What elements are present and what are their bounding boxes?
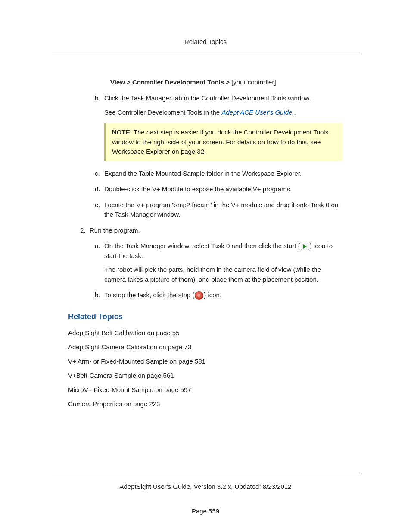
list-marker: d. bbox=[95, 184, 104, 194]
note-label: NOTE bbox=[112, 128, 130, 136]
step-2: 2. Run the program. bbox=[80, 226, 343, 236]
related-item: V+ Arm- or Fixed-Mounted Sample on page … bbox=[68, 357, 343, 366]
page-footer: AdeptSight User's Guide, Version 3.2.x, … bbox=[52, 474, 359, 515]
step-b-see-prefix: See Controller Development Tools in the bbox=[104, 109, 221, 116]
breadcrumb-path: View > Controller Development Tools > bbox=[110, 78, 231, 86]
stop-icon bbox=[195, 291, 203, 300]
related-item: AdeptSight Camera Calibration on page 73 bbox=[68, 342, 343, 352]
breadcrumb: View > Controller Development Tools > [y… bbox=[110, 78, 343, 86]
list-marker: b. bbox=[95, 93, 104, 117]
step-2b-suffix: ) icon. bbox=[204, 291, 221, 299]
related-item: Camera Properties on page 223 bbox=[68, 399, 343, 408]
list-marker: e. bbox=[95, 200, 104, 220]
step-e: e. Locate the V+ program "smp2.facam" in… bbox=[95, 200, 343, 220]
page-header-title: Related Topics bbox=[52, 38, 359, 54]
guide-link[interactable]: Adept ACE User's Guide bbox=[221, 109, 292, 116]
related-topics-heading: Related Topics bbox=[68, 312, 343, 321]
footer-page-number: Page 559 bbox=[52, 507, 359, 515]
list-marker: b. bbox=[95, 290, 104, 300]
step-b: b. Click the Task Manager tab in the Con… bbox=[95, 93, 343, 117]
step-2a-extra: The robot will pick the parts, hold them… bbox=[104, 265, 343, 284]
step-e-text: Locate the V+ program "smp2.facam" in th… bbox=[104, 200, 343, 220]
page: Related Topics View > Controller Develop… bbox=[0, 0, 411, 532]
step-2b-prefix: To stop the task, click the stop ( bbox=[104, 291, 194, 299]
step-2b: b. To stop the task, click the stop () i… bbox=[95, 290, 343, 300]
step-d: d. Double-click the V+ Module to expose … bbox=[95, 184, 343, 194]
step-d-text: Double-click the V+ Module to expose the… bbox=[104, 184, 343, 194]
list-marker: 2. bbox=[80, 226, 90, 236]
step-c-text: Expand the Table Mounted Sample folder i… bbox=[104, 169, 343, 179]
body-content: View > Controller Development Tools > [y… bbox=[52, 78, 359, 408]
step-2-label: Run the program. bbox=[90, 226, 343, 236]
related-item: MicroV+ Fixed-Mount Sample on page 597 bbox=[68, 385, 343, 394]
breadcrumb-leaf: [your controller] bbox=[231, 78, 276, 86]
related-item: V+Belt-Camera Sample on page 561 bbox=[68, 371, 343, 380]
list-marker: a. bbox=[95, 241, 104, 284]
related-item: AdeptSight Belt Calibration on page 55 bbox=[68, 328, 343, 337]
step-2a: a. On the Task Manager window, select Ta… bbox=[95, 241, 343, 284]
note-box: NOTE: The next step is easier if you doc… bbox=[104, 123, 343, 161]
step-b-see-suffix: . bbox=[292, 109, 296, 116]
note-text: : The next step is easier if you dock th… bbox=[112, 128, 328, 155]
play-icon bbox=[301, 243, 309, 250]
step-c: c. Expand the Table Mounted Sample folde… bbox=[95, 169, 343, 179]
related-topics-list: AdeptSight Belt Calibration on page 55 A… bbox=[68, 328, 343, 408]
footer-guide-line: AdeptSight User's Guide, Version 3.2.x, … bbox=[52, 483, 359, 490]
step-2a-prefix: On the Task Manager window, select Task … bbox=[104, 242, 300, 249]
list-marker: c. bbox=[95, 169, 104, 179]
step-b-text: Click the Task Manager tab in the Contro… bbox=[104, 93, 343, 103]
